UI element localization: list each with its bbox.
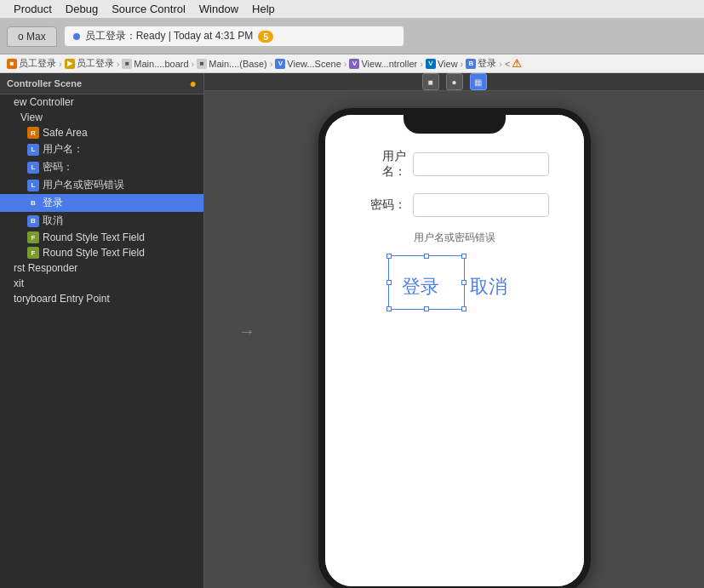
sidebar-item-responder[interactable]: rst Responder: [0, 260, 203, 276]
sidebar-item-username[interactable]: L 用户名：: [0, 140, 203, 158]
bc-label-7: View: [438, 59, 458, 69]
sidebar-item-textfield2[interactable]: F Round Style Text Field: [0, 245, 203, 260]
status-dot: [73, 33, 80, 40]
bc-sep-6: ›: [420, 59, 423, 69]
bc-sep-5: ›: [344, 59, 347, 69]
password-input[interactable]: [413, 193, 549, 217]
breadcrumb-item-3[interactable]: ■ Main....board: [122, 59, 188, 69]
toolbar-tab[interactable]: o Max: [7, 26, 57, 47]
sidebar-item-password[interactable]: L 密码：: [0, 158, 203, 176]
sidebar-item-cancel[interactable]: B 取消: [0, 212, 203, 230]
sidebar: Controller Scene ● ew Controller View R …: [0, 73, 204, 588]
folder-icon: ▶: [65, 59, 75, 69]
sidebar-item-exit[interactable]: xit: [0, 276, 203, 291]
canvas-toolbar: ■ ● ▦: [204, 73, 704, 91]
bc-label-6: View...ntroller: [361, 59, 417, 69]
canvas-area: ■ ● ▦ → 用户名： 密码：: [204, 73, 704, 588]
menubar: Product Debug Source Control Window Help: [0, 0, 704, 19]
expand-icon[interactable]: ●: [190, 77, 197, 90]
handle-bm: [424, 306, 429, 311]
menu-window[interactable]: Window: [192, 1, 245, 17]
username-label: 用户名：: [359, 149, 406, 180]
bc-label-2: 员工登录: [77, 57, 114, 70]
sidebar-label-view: View: [20, 111, 43, 123]
handle-ml: [386, 280, 392, 285]
password-label: 密码：: [359, 197, 406, 213]
username-row: 用户名：: [342, 149, 567, 180]
sidebar-item-textfield1[interactable]: F Round Style Text Field: [0, 230, 203, 245]
bc-sep: ›: [59, 59, 62, 69]
handle-tl: [386, 254, 392, 259]
bc-warning: ⚠: [512, 57, 522, 70]
toolbar-status: 员工登录：Ready | Today at 4:31 PM 5: [64, 26, 404, 47]
bc-sep-4: ›: [270, 59, 273, 69]
handle-tm: [424, 254, 429, 259]
canvas-tool-square[interactable]: ■: [422, 73, 439, 90]
menu-product[interactable]: Product: [7, 1, 59, 17]
sidebar-item-controller[interactable]: ew Controller: [0, 94, 203, 110]
breadcrumb-item-7[interactable]: V View: [426, 59, 458, 69]
breadcrumb-item-1[interactable]: ■ 员工登录: [7, 57, 56, 70]
button-icon: B: [466, 59, 476, 69]
menu-help[interactable]: Help: [245, 1, 282, 17]
sidebar-label-textfield1: Round Style Text Field: [43, 231, 145, 243]
breadcrumb-item-6[interactable]: V View...ntroller: [349, 59, 417, 69]
storyboard-icon: ■: [122, 59, 132, 69]
handle-br: [461, 306, 466, 311]
sidebar-label-password: 密码：: [43, 160, 73, 174]
sidebar-item-safearea[interactable]: R Safe Area: [0, 125, 203, 140]
toolbar: o Max 员工登录：Ready | Today at 4:31 PM 5: [0, 19, 704, 54]
bc-sep-7: ›: [461, 59, 464, 69]
error-badge: L: [27, 180, 39, 191]
breadcrumb-item-4[interactable]: ■ Main....(Base): [197, 59, 266, 69]
status-text: 员工登录：Ready | Today at 4:31 PM: [85, 29, 254, 43]
password-badge: L: [27, 162, 39, 174]
handle-bl: [386, 306, 392, 311]
phone-frame: 用户名： 密码： 用户名或密码错误: [318, 108, 591, 588]
scene-arrow: →: [238, 321, 255, 340]
sidebar-item-storyboard[interactable]: toryboard Entry Point: [0, 291, 203, 306]
canvas-tool-circle[interactable]: ●: [446, 73, 463, 90]
safearea-badge: R: [27, 127, 39, 139]
sidebar-item-login[interactable]: B 登录: [0, 194, 203, 212]
phone-container: 用户名： 密码： 用户名或密码错误: [318, 108, 591, 588]
phone-screen: 用户名： 密码： 用户名或密码错误: [325, 115, 584, 586]
warning-badge: 5: [258, 31, 273, 43]
breadcrumb-item-2[interactable]: ▶ 员工登录: [65, 57, 114, 70]
phone-notch: [404, 115, 506, 134]
sidebar-label-storyboard: toryboard Entry Point: [14, 293, 110, 305]
bc-label-3: Main....board: [134, 59, 188, 69]
view-controller-icon: V: [349, 59, 359, 69]
menu-debug[interactable]: Debug: [59, 1, 105, 17]
breadcrumb: ■ 员工登录 › ▶ 员工登录 › ■ Main....board › ■ Ma…: [0, 54, 704, 73]
sidebar-item-error[interactable]: L 用户名或密码错误: [0, 176, 203, 194]
canvas-tool-grid[interactable]: ▦: [470, 73, 487, 90]
sidebar-label-responder: rst Responder: [14, 262, 77, 274]
bc-label-4: Main....(Base): [209, 59, 266, 69]
sidebar-item-view[interactable]: View: [0, 110, 203, 125]
cancel-badge: B: [27, 215, 39, 227]
sidebar-label-cancel: 取消: [43, 214, 63, 228]
sidebar-label-textfield2: Round Style Text Field: [43, 247, 145, 259]
breadcrumb-item-8[interactable]: B 登录: [466, 57, 496, 70]
login-badge: B: [27, 197, 39, 209]
view-icon: V: [426, 59, 436, 69]
bc-sep-3: ›: [192, 59, 195, 69]
bc-sep-8: ›: [499, 59, 502, 69]
sidebar-label-exit: xit: [14, 277, 24, 289]
username-input[interactable]: [413, 152, 549, 176]
username-badge: L: [27, 144, 39, 156]
file-icon: ■: [7, 59, 17, 69]
bc-label-8: 登录: [478, 57, 496, 70]
menu-source-control[interactable]: Source Control: [105, 1, 192, 17]
sidebar-section-title: Controller Scene: [7, 78, 82, 88]
textfield2-badge: F: [27, 247, 39, 259]
cancel-button[interactable]: 取消: [463, 271, 514, 303]
bc-chevron: <: [505, 59, 510, 69]
breadcrumb-item-5[interactable]: V View...Scene: [275, 59, 341, 69]
sidebar-label-safearea: Safe Area: [43, 127, 88, 139]
error-message: 用户名或密码错误: [414, 231, 495, 245]
login-button[interactable]: 登录: [395, 271, 446, 303]
sidebar-label-error: 用户名或密码错误: [43, 178, 124, 192]
buttons-container: 登录 取消: [395, 262, 514, 303]
